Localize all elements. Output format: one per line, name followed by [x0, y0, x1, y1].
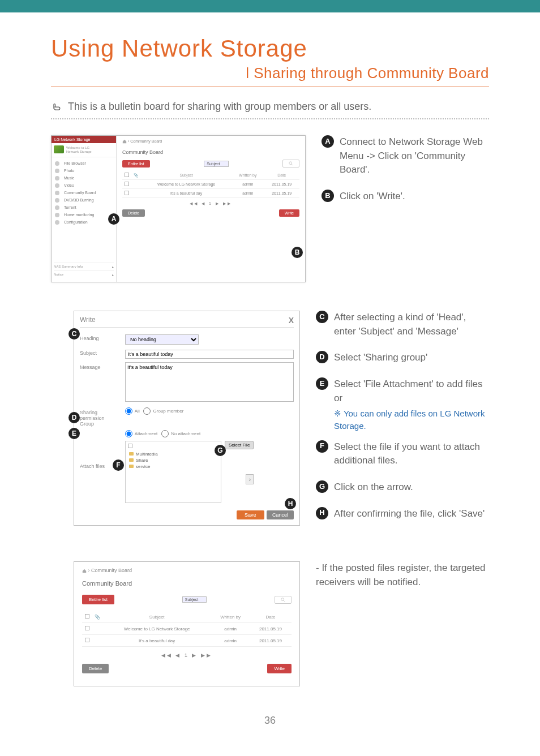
- panel-title: Community Board: [82, 580, 292, 587]
- callout-d: Select 'Sharing group': [334, 351, 427, 365]
- attach-files-label: Attach files: [80, 441, 125, 503]
- row-subject[interactable]: It's a beautiful day: [141, 189, 232, 198]
- sidebar-item[interactable]: Home monitoring: [52, 211, 116, 218]
- row-author: admin: [232, 180, 264, 189]
- badge-h: H: [316, 507, 328, 519]
- page-number: 36: [51, 715, 489, 727]
- expand-icon[interactable]: ▸: [112, 265, 114, 269]
- sidebar-item[interactable]: Configuration: [52, 218, 116, 226]
- save-button[interactable]: Save: [237, 510, 264, 519]
- callout-a: Connect to Network Storage Web Menu -> C…: [340, 135, 489, 177]
- heading-select[interactable]: No heading: [125, 334, 199, 345]
- callout-h: After confirming the file, click 'Save': [334, 507, 485, 521]
- table-row[interactable]: It's a beautiful day admin 2011.05.19: [122, 189, 299, 198]
- pager[interactable]: ◀◀ ◀ 1 ▶ ▶▶: [82, 652, 292, 658]
- home-icon[interactable]: [122, 139, 127, 144]
- callout-marker-e: E: [68, 428, 80, 439]
- sidebar-item[interactable]: Torrent: [52, 204, 116, 211]
- notice[interactable]: Notice: [54, 273, 63, 277]
- close-icon[interactable]: X: [289, 316, 294, 325]
- nas-summary[interactable]: NAS Summary Info: [54, 265, 83, 269]
- folder-icon[interactable]: Share: [128, 457, 218, 463]
- row-date: 2011.05.19: [250, 623, 292, 635]
- sidebar-item[interactable]: Music: [52, 174, 116, 182]
- cancel-button[interactable]: Cancel: [267, 510, 294, 519]
- entire-list-button[interactable]: Entire list: [122, 160, 150, 167]
- table-row[interactable]: Welcome to LG Network Storage admin 2011…: [122, 180, 299, 189]
- subject-input[interactable]: [125, 350, 294, 359]
- svg-line-3: [284, 600, 285, 602]
- intro-text: This is a bulletin board for sharing wit…: [68, 101, 371, 113]
- row-checkbox[interactable]: [85, 626, 89, 630]
- home-icon[interactable]: [82, 569, 87, 573]
- table-row[interactable]: It's a beautiful day admin 2011.05.19: [82, 635, 292, 647]
- breadcrumb-text: › Community Board: [128, 139, 162, 143]
- subject-label: Subject: [80, 348, 125, 359]
- row-checkbox[interactable]: [85, 638, 89, 642]
- select-file-button[interactable]: Select File: [225, 441, 254, 449]
- folder-icon[interactable]: service: [128, 463, 218, 470]
- col-subject: Subject: [141, 171, 232, 180]
- sidebar-item[interactable]: DVD/BD Burning: [52, 196, 116, 204]
- breadcrumb-text: › Community Board: [88, 568, 132, 573]
- radio-attachment[interactable]: Attachment: [125, 431, 157, 436]
- search-button[interactable]: [275, 596, 292, 604]
- welcome-block: Welcome to LG Network Storage: [52, 143, 116, 157]
- badge-b: B: [322, 190, 334, 202]
- sidebar-item[interactable]: Video: [52, 182, 116, 189]
- badge-f: F: [316, 440, 328, 453]
- intro-row: This is a bulletin board for sharing wit…: [51, 101, 489, 113]
- sidebar-item[interactable]: Photo: [52, 167, 116, 174]
- delete-button[interactable]: Delete: [122, 209, 145, 217]
- search-button[interactable]: [282, 160, 299, 167]
- subject-filter[interactable]: Subject: [204, 161, 228, 167]
- title-divider: [51, 87, 489, 87]
- sidebar-item[interactable]: File Browser: [52, 160, 116, 167]
- welcome-line1: Welcome to LG: [66, 146, 89, 149]
- tree-root-checkbox[interactable]: [128, 444, 132, 448]
- file-tree[interactable]: Multimedia Share service: [125, 441, 221, 503]
- row-subject[interactable]: Welcome to LG Network Storage: [141, 180, 232, 189]
- radio-no-attachment[interactable]: No attachment: [161, 431, 200, 436]
- radio-all[interactable]: All: [125, 409, 140, 414]
- callout-f: Select the file if you want to attach ad…: [334, 440, 489, 468]
- write-button[interactable]: Write: [279, 209, 299, 217]
- expand-icon[interactable]: ▸: [112, 273, 114, 277]
- callout-marker-d: D: [68, 412, 80, 423]
- callout-marker-f: F: [113, 459, 124, 471]
- breadcrumb: › Community Board: [122, 139, 299, 144]
- subject-filter[interactable]: Subject: [182, 596, 207, 603]
- row-author: admin: [211, 623, 250, 635]
- row-checkbox[interactable]: [125, 191, 129, 195]
- callout-e: Select 'File Attachment' to add files or: [334, 377, 489, 405]
- callout-e-note: ※ You can only add files on LG Network S…: [316, 407, 489, 432]
- sidebar-item-community-board[interactable]: Community Board: [52, 189, 116, 196]
- select-all-checkbox[interactable]: [85, 614, 89, 618]
- callout-g: Click on the arrow.: [334, 480, 413, 495]
- row-subject[interactable]: Welcome to LG Network Storage: [102, 623, 211, 635]
- page-subtitle: l Sharing through Community Board: [51, 65, 489, 82]
- screenshot-community-board-after: › Community Board Community Board Entire…: [74, 561, 300, 686]
- callout-c: After selecting a kind of 'Head', enter …: [334, 311, 489, 338]
- folder-icon[interactable]: Multimedia: [128, 451, 218, 457]
- pager[interactable]: ◀◀ ◀ 1 ▶ ▶▶: [122, 201, 299, 206]
- message-label: Message: [80, 362, 125, 404]
- row-date: 2011.05.19: [250, 635, 292, 647]
- write-button[interactable]: Write: [267, 664, 292, 673]
- message-textarea[interactable]: It's a beautiful today: [125, 362, 294, 402]
- row-author: admin: [232, 189, 264, 198]
- table-row[interactable]: Welcome to LG Network Storage admin 2011…: [82, 623, 292, 635]
- row-subject[interactable]: It's a beautiful day: [102, 635, 211, 647]
- entire-list-button[interactable]: Entire list: [82, 595, 114, 604]
- sidebar-nav: File Browser Photo Music Video Community…: [52, 157, 116, 228]
- col-subject: Subject: [102, 611, 211, 623]
- col-date: Date: [264, 171, 299, 180]
- row-checkbox[interactable]: [125, 182, 129, 186]
- radio-group-member[interactable]: Group member: [143, 409, 183, 414]
- select-all-checkbox[interactable]: [125, 173, 129, 177]
- row-date: 2011.05.19: [264, 189, 299, 198]
- arrow-right-icon[interactable]: ›: [246, 474, 254, 484]
- callout-marker-h: H: [285, 498, 296, 509]
- delete-button[interactable]: Delete: [82, 664, 109, 673]
- panel-title: Community Board: [122, 149, 299, 155]
